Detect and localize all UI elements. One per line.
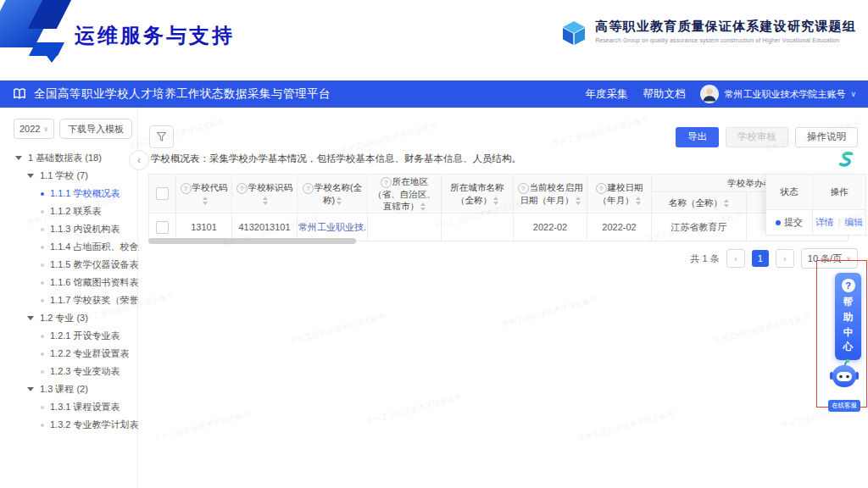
sort-icon[interactable] [724, 199, 729, 208]
top-navbar: 全国高等职业学校人才培养工作状态数据采集与管理平台 年度采集 帮助文档 常州工业… [0, 80, 868, 108]
select-all-cell [149, 175, 176, 214]
sidebar-collapse-button[interactable]: ‹ [129, 150, 149, 170]
tree-item[interactable]: 1.1 学校 (7) [0, 167, 137, 185]
column-header[interactable]: ?学校标识码 [232, 175, 298, 214]
sort-icon[interactable] [337, 197, 342, 205]
caret-down-icon[interactable] [27, 316, 34, 320]
tree-item[interactable]: 1.3.2 专业教学计划表 [0, 416, 137, 434]
column-header[interactable]: ?当前校名启用日期（年月） [514, 175, 587, 214]
tree-item[interactable]: 1.1.6 馆藏图书资料表 [0, 274, 137, 291]
caret-down-icon[interactable] [27, 387, 34, 391]
tree-item[interactable]: 1.1.4 占地面积、校舍建... [0, 238, 137, 256]
page-header: 运维服务与支持 高等职业教育质量保证体系建设研究课题组 Research Gro… [0, 0, 868, 80]
tree-item[interactable]: 1.1.2 联系表 [0, 202, 137, 220]
column-header[interactable]: 所在城市名称（全称） [442, 175, 514, 214]
next-page-button[interactable]: › [776, 249, 794, 268]
cube-logo-icon [559, 19, 588, 47]
table-cell [442, 214, 514, 241]
export-button[interactable]: 导出 [676, 127, 719, 147]
bullet-dot [41, 406, 44, 409]
bullet-dot [41, 263, 44, 267]
tree-item[interactable]: 1.1.5 教学仪器设备表 [0, 256, 137, 274]
download-template-button[interactable]: 下载导入模板 [59, 119, 132, 139]
table-row: 131014132013101常州工业职业技...2022-022022-02江… [149, 214, 849, 241]
school-name-link[interactable]: 常州工业职业技... [298, 214, 368, 241]
tree-item[interactable]: 1 基础数据表 (18) [0, 149, 137, 167]
fixed-columns-panel: 状态 操作 提交 详情 | 编辑 [765, 174, 866, 236]
question-mark-icon: ? [842, 279, 855, 292]
tree-item[interactable]: 1.2.1 开设专业表 [0, 327, 137, 345]
tree-item-label: 1.1.1 学校概况表 [50, 187, 120, 200]
column-header[interactable]: ?建校日期（年月） [587, 175, 652, 214]
status-dot [776, 220, 781, 225]
column-header[interactable]: ?所在地区（省、自治区、直辖市） [368, 175, 442, 214]
tree-item-label: 1.1.5 教学仪器设备表 [50, 258, 139, 271]
select-all-checkbox[interactable] [156, 187, 169, 200]
research-group-logo: 高等职业教育质量保证体系建设研究课题组 Research Group on qu… [559, 19, 856, 47]
online-service-widget[interactable]: 在线客服 [824, 358, 865, 412]
chevron-down-icon: ∨ [43, 125, 48, 133]
help-center-label: 帮助中心 [843, 295, 854, 355]
tree-item[interactable]: 1.2.3 专业变动表 [0, 363, 137, 380]
help-icon[interactable]: ? [236, 183, 248, 194]
nav-link-annual-collection[interactable]: 年度采集 [585, 87, 627, 102]
bullet-dot [41, 192, 44, 196]
edit-link[interactable]: 编辑 [844, 216, 863, 229]
tree-item-label: 1.3 课程 (2) [40, 383, 88, 396]
tree-item-label: 1.2 专业 (3) [40, 312, 88, 324]
help-icon[interactable]: ? [303, 183, 314, 194]
online-service-label: 在线客服 [828, 400, 860, 412]
help-icon[interactable]: ? [381, 177, 392, 188]
horizontal-scrollbar [148, 238, 866, 244]
funnel-icon [156, 131, 167, 142]
tree-item[interactable]: 1.3.1 课程设置表 [0, 398, 137, 416]
table-cell: 江苏省教育厅 [652, 214, 747, 241]
help-icon[interactable]: ? [181, 183, 192, 194]
sort-icon[interactable] [636, 197, 641, 205]
help-icon[interactable]: ? [596, 183, 607, 194]
nav-link-help-docs[interactable]: 帮助文档 [643, 87, 685, 102]
caret-down-icon[interactable] [27, 174, 34, 178]
tree-item-label: 1.3.1 课程设置表 [50, 401, 120, 413]
column-header[interactable]: ?学校代码 [176, 175, 232, 214]
account-menu[interactable]: 常州工业职业技术学院主账号 ∨ [700, 85, 856, 103]
bullet-dot [41, 424, 44, 427]
avatar [700, 85, 719, 103]
tree-item[interactable]: 1.1.3 内设机构表 [0, 220, 137, 238]
current-page[interactable]: 1 [752, 250, 769, 267]
table-cell: 13101 [176, 214, 232, 241]
logo-title: 高等职业教育质量保证体系建设研究课题组 [595, 19, 856, 35]
year-select[interactable]: 2022 ∨ [14, 119, 54, 139]
bullet-dot [41, 228, 44, 231]
tree-item[interactable]: 1.1.7 学校获奖（荣誉）... [0, 291, 137, 309]
sort-icon[interactable] [576, 197, 581, 205]
platform-title: 全国高等职业学校人才培养工作状态数据采集与管理平台 [34, 86, 331, 102]
column-header[interactable]: 名称（全称） [652, 192, 747, 214]
tree-item-label: 1.2.3 专业变动表 [50, 365, 120, 378]
sort-icon[interactable] [203, 197, 208, 205]
help-center-button[interactable]: ? 帮助中心 [835, 273, 861, 360]
column-header[interactable]: ?学校名称(全称) [298, 175, 368, 214]
tree-item[interactable]: 1.2.2 专业群设置表 [0, 345, 137, 363]
tree-item[interactable]: 1.2 专业 (3) [0, 309, 137, 327]
book-icon [12, 86, 27, 102]
tree-item[interactable]: 1.3 课程 (2) [0, 380, 137, 398]
detail-link[interactable]: 详情 [815, 216, 834, 229]
scrollbar-thumb[interactable] [148, 238, 356, 244]
row-checkbox[interactable] [156, 221, 169, 234]
sort-icon[interactable] [263, 197, 268, 205]
instructions-button[interactable]: 操作说明 [795, 127, 858, 147]
year-select-value: 2022 [19, 124, 40, 134]
bullet-dot [41, 281, 44, 285]
filter-button[interactable] [149, 125, 174, 148]
caret-down-icon[interactable] [15, 156, 22, 160]
prev-page-button[interactable]: ‹ [726, 249, 745, 268]
catalog-tree: 1 基础数据表 (18)1.1 学校 (7)1.1.1 学校概况表1.1.2 联… [0, 142, 137, 434]
online-doc-plugin-icon[interactable] [836, 150, 856, 170]
school-review-button[interactable]: 学校审核 [726, 127, 788, 147]
tree-item[interactable]: 1.1.1 学校概况表 [0, 185, 137, 202]
row-checkbox-cell [149, 214, 176, 241]
sort-icon[interactable] [420, 202, 426, 211]
help-icon[interactable]: ? [518, 183, 529, 194]
sort-icon[interactable] [493, 197, 498, 205]
